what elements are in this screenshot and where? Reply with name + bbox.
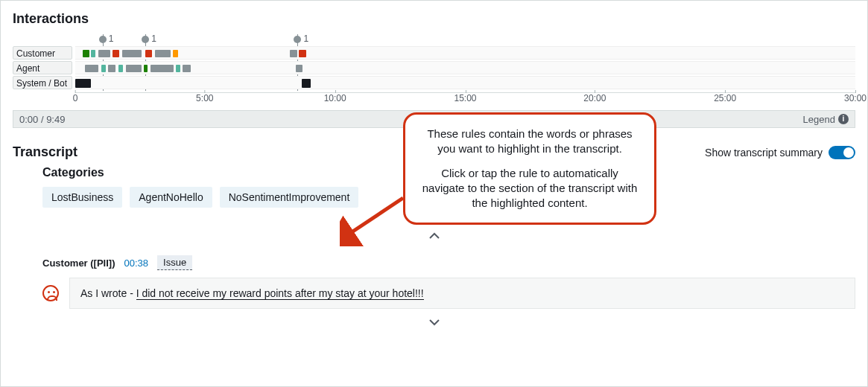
track-agent[interactable] (75, 61, 855, 74)
marker-label: 1 (151, 33, 156, 44)
marker-dot[interactable] (99, 36, 107, 43)
marker-dot[interactable] (142, 36, 149, 43)
interactions-timeline[interactable]: Customer Agent System / Bot 1 1 1 (13, 34, 855, 109)
message-text-highlight: I did not receive my reward points after… (136, 287, 424, 300)
chevron-up-icon (429, 232, 440, 240)
row-label-system: System / Bot (13, 76, 72, 89)
callout-paragraph: These rules contain the words or phrases… (419, 127, 641, 157)
svg-line-0 (347, 198, 403, 235)
row-label-customer: Customer (13, 46, 72, 60)
info-icon[interactable]: i (838, 114, 849, 124)
annotation-arrow-icon (340, 194, 407, 246)
legend-label[interactable]: Legend (803, 114, 835, 125)
time-axis: 0 5:00 10:00 15:00 20:00 25:00 30:00 (75, 92, 855, 109)
transcript-heading: Transcript (13, 144, 77, 160)
track-system[interactable] (75, 76, 855, 89)
playback-time: 0:00 / 9:49 (19, 114, 65, 125)
category-chip[interactable]: NoSentimentImprovement (220, 187, 359, 208)
marker-row: 1 1 1 (75, 34, 855, 46)
marker-label: 1 (109, 33, 114, 44)
collapse-caret-up[interactable] (13, 230, 855, 242)
annotation-callout: These rules contain the words or phrases… (403, 112, 656, 225)
message-timestamp[interactable]: 00:38 (124, 258, 149, 269)
marker-label: 1 (303, 33, 308, 44)
row-label-agent: Agent (13, 61, 72, 74)
track-customer[interactable] (75, 46, 855, 60)
chevron-down-icon (429, 319, 440, 326)
message-bubble: As I wrote - I did not receive my reward… (69, 278, 855, 309)
callout-paragraph: Click or tap the rule to automatically n… (419, 166, 641, 211)
message-text-prefix: As I wrote - (80, 287, 136, 299)
category-chip[interactable]: LostBusiness (42, 187, 122, 208)
category-chip[interactable]: AgentNoHello (130, 187, 212, 208)
message-role: Customer ([PII]) (42, 258, 115, 269)
issue-tag[interactable]: Issue (157, 255, 192, 270)
collapse-caret-down[interactable] (13, 316, 855, 328)
interactions-heading: Interactions (13, 11, 855, 27)
sentiment-negative-icon (42, 285, 59, 301)
show-summary-toggle[interactable] (829, 146, 855, 159)
marker-dot[interactable] (294, 36, 301, 43)
show-summary-label: Show transcript summary (705, 147, 823, 159)
